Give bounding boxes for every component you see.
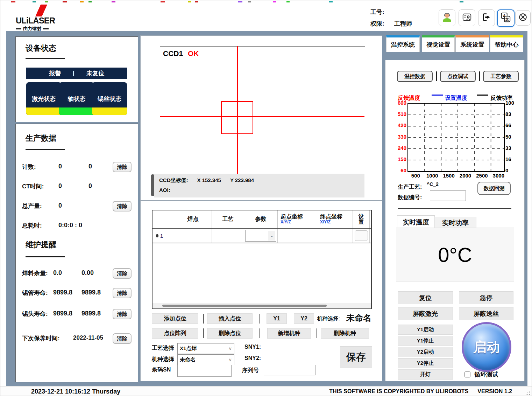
coord-x: X 152.345 <box>197 177 221 184</box>
craft-select[interactable]: X1点焊∨ <box>177 343 234 354</box>
alarm-bar: 报警 | 未复位 <box>26 68 127 79</box>
x-axis-tick: 500 <box>407 173 424 179</box>
temp-chart: 6005104203302401506010083665033160500100… <box>395 98 516 181</box>
wire-status-tile[interactable]: 锡丝状态 <box>92 82 127 115</box>
point-debug-button[interactable]: 点位调试 <box>440 71 476 82</box>
user-avatar-button[interactable] <box>439 9 455 26</box>
y-axis-left-tick: 150 <box>395 156 406 162</box>
col-param: 参数 <box>244 210 278 228</box>
close-button[interactable] <box>515 10 531 26</box>
param-dropdown[interactable]: ⌄ <box>245 230 276 242</box>
point-panel: 焊点 工艺 参数 起点坐标 X/Y/Z 终点坐标 X/Y/Z 设置 1 ⌄ <box>140 201 382 381</box>
y-axis-right-tick: 66 <box>505 122 511 128</box>
cell-end-coord[interactable] <box>317 229 353 243</box>
clear-maintenance-button[interactable]: 清除 <box>113 333 132 344</box>
y1-start-button[interactable]: Y1启动 <box>398 325 453 335</box>
add-point-button[interactable]: 添加点位 <box>152 313 198 324</box>
tab-realtime-power[interactable]: 实时功率 <box>434 217 476 229</box>
model-select[interactable]: 未命名∨ <box>177 354 234 365</box>
row-marker-icon <box>156 234 158 237</box>
cell-weld-point[interactable] <box>174 229 212 243</box>
start-button[interactable]: 启动 <box>462 322 511 372</box>
cell-craft[interactable] <box>212 229 244 243</box>
coord-bar-handle[interactable] <box>151 174 154 196</box>
mask-wire-button[interactable]: 屏蔽送丝 <box>459 307 513 320</box>
realtime-temp-display: 0°C <box>396 228 514 282</box>
next-maintenance-row: 下次保养时间: 2022-11-05 清除 <box>16 333 138 344</box>
y-axis-left-tick: 240 <box>395 145 406 151</box>
close-icon <box>518 12 528 23</box>
temp-control-panel: 温控数据 点位调试 工艺参数 反馈温度 设置温度 反馈功率 6005104203… <box>385 60 525 381</box>
y2-button[interactable]: Y2 <box>294 313 314 324</box>
serial-input[interactable] <box>264 365 315 375</box>
ct-time-row: CT时间: 0 0 <box>16 181 138 192</box>
resize-grip[interactable] <box>526 391 531 396</box>
status-datetime: 2023-12-21 10:16:12 Thursday <box>31 388 120 395</box>
scrollbar-thumb[interactable] <box>162 305 327 307</box>
y-axis-left-tick: 60 <box>395 167 406 173</box>
clear-total-output-button[interactable]: 清除 <box>113 201 132 211</box>
delete-model-button[interactable]: 删除机种 <box>321 328 369 339</box>
id-card-button[interactable] <box>459 9 475 26</box>
barcode-sn-input[interactable] <box>177 365 232 377</box>
y-axis-right-tick: 50 <box>505 134 511 140</box>
craft-info-label: 生产工艺: <box>398 183 422 191</box>
point-array-button[interactable]: 点位阵列 <box>152 328 198 339</box>
tab-help-center[interactable]: 帮助中心 <box>490 35 523 52</box>
sny2-label: SNY2: <box>244 355 261 361</box>
reset-button[interactable]: 复位 <box>398 291 453 304</box>
logout-button[interactable] <box>478 9 495 26</box>
clear-solder-button[interactable]: 清除 <box>113 268 132 279</box>
y2-stop-button[interactable]: Y2停止 <box>398 358 453 368</box>
total-output-row: 总产量: 0 清除 <box>16 201 138 211</box>
y-axis-left-tick: 600 <box>395 100 406 106</box>
delete-point-button[interactable]: 删除点位 <box>207 328 253 339</box>
device-status-panel: 设备状态 报警 | 未复位 激光状态 轴状态 锡丝状态 <box>15 36 138 122</box>
table-body-empty <box>152 243 371 303</box>
axis-status-tile[interactable]: 轴状态 <box>59 82 94 115</box>
ccd-viewport[interactable]: CCD1 OK <box>160 46 365 172</box>
permission-value: 工程师 <box>394 20 412 28</box>
estop-button[interactable]: 急停 <box>459 291 513 304</box>
table-row[interactable]: 1 ⌄ <box>152 229 371 243</box>
aoi-label: AOI: <box>159 187 170 193</box>
craft-param-button[interactable]: 工艺参数 <box>483 71 519 82</box>
logo-dash <box>16 28 21 29</box>
worker-id-label: 工号: <box>370 8 384 16</box>
legend-line-black <box>477 95 488 96</box>
y1-button[interactable]: Y1 <box>267 313 287 324</box>
translate-icon: A 文 <box>500 12 511 25</box>
serial-label: 序列号 <box>242 367 259 374</box>
laser-status-tile[interactable]: 激光状态 <box>26 82 61 115</box>
translate-button[interactable]: A 文 <box>497 9 515 27</box>
cycle-test-checkbox[interactable] <box>464 371 470 377</box>
insert-point-button[interactable]: 插入点位 <box>207 313 253 324</box>
light-button[interactable]: 开灯 <box>398 369 453 380</box>
data-no-input[interactable] <box>430 190 466 201</box>
x-axis-tick: 3000 <box>490 173 507 179</box>
clear-tin-head-button[interactable]: 清除 <box>113 309 132 319</box>
status-version: VERSION 1.2 <box>477 388 512 395</box>
clear-counter-button[interactable]: 清除 <box>113 162 132 172</box>
crosshair-horizontal <box>160 116 364 117</box>
clear-tin-tube-button[interactable]: 清除 <box>113 288 132 298</box>
logo-dash <box>43 28 49 29</box>
save-button[interactable]: 保存 <box>340 346 372 368</box>
y1-stop-button[interactable]: Y1停止 <box>398 336 453 346</box>
temp-data-button[interactable]: 温控数据 <box>397 71 433 82</box>
tab-vision-settings[interactable]: 视觉设置 <box>422 35 455 52</box>
tab-realtime-temp[interactable]: 实时温度 <box>397 215 435 229</box>
cell-start-coord[interactable] <box>278 229 317 243</box>
cycle-test-label: 循环测试 <box>474 370 498 378</box>
row-settings-button[interactable] <box>355 230 368 241</box>
temp-value: 0°C <box>438 243 472 266</box>
tab-temp-control[interactable]: 温控系统 <box>386 35 420 52</box>
table-hscrollbar[interactable] <box>152 303 371 308</box>
mask-laser-button[interactable]: 屏蔽激光 <box>398 307 453 320</box>
y2-start-button[interactable]: Y2启动 <box>398 347 453 357</box>
total-time-row: 总耗时: 0:0:0 : 0 <box>16 221 138 231</box>
new-model-button[interactable]: 新增机种 <box>267 328 311 339</box>
permission-label: 权限: <box>370 20 384 28</box>
tab-system-settings[interactable]: 系统设置 <box>455 35 489 52</box>
data-backtrack-button[interactable]: 数据回溯 <box>477 182 511 195</box>
